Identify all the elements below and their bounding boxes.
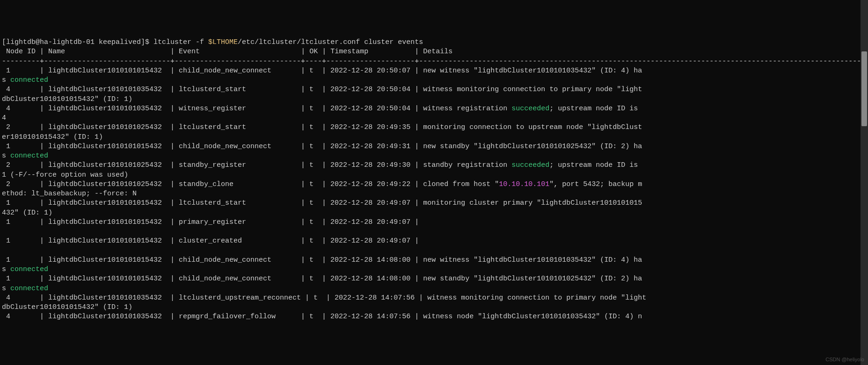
command-pre: ltcluster -f	[153, 38, 208, 46]
table-row: 1 | lightdbCluster1010101015432 | child_…	[2, 275, 642, 283]
terminal-output[interactable]: [lightdb@ha-lightdb-01 keepalived]$ ltcl…	[0, 38, 868, 322]
table-row: 1 | lightdbCluster1010101015432 | cluste…	[2, 237, 419, 245]
shell-prompt: [lightdb@ha-lightdb-01 keepalived]$	[2, 38, 153, 46]
command-var: $LTHOME	[208, 38, 238, 46]
table-row-wrap: s connected	[2, 285, 48, 293]
table-row-wrap: dbCluster1010101015432" (ID: 1)	[2, 303, 132, 311]
separator-row: ---------+------------------------------…	[2, 57, 868, 65]
table-row-wrap: s connected	[2, 152, 48, 160]
table-row: 2 | lightdbCluster1010101025432 | standb…	[2, 180, 642, 188]
table-row: 1 | lightdbCluster1010101015432 | ltclus…	[2, 199, 642, 207]
col-event: Event	[175, 48, 301, 56]
table-row-wrap: s connected	[2, 76, 48, 84]
command-post: /etc/ltcluster/ltcluster.conf cluster ev…	[238, 38, 423, 46]
col-name: Name	[44, 48, 170, 56]
table-row-wrap: 1 (-F/--force option was used)	[2, 171, 128, 179]
col-timestamp: Timestamp	[326, 48, 415, 56]
table-row-wrap: 432" (ID: 1)	[2, 209, 52, 217]
table-row-wrap: er1010101015432" (ID: 1)	[2, 133, 103, 141]
table-row-wrap: 4	[2, 114, 6, 122]
col-details: Details	[419, 48, 452, 56]
table-row: 2 | lightdbCluster1010101025432 | ltclus…	[2, 123, 642, 131]
watermark: CSDN @heliyolo	[825, 356, 864, 363]
table-row-wrap: dbCluster1010101015432" (ID: 1)	[2, 95, 132, 103]
scrollbar-thumb[interactable]	[861, 51, 867, 126]
scrollbar-track[interactable]	[861, 0, 868, 365]
col-node-id: Node ID	[2, 48, 40, 56]
table-row-wrap: ethod: lt_basebackup; --force: N	[2, 190, 137, 198]
table-row: 4 | lightdbCluster1010101035432 | ltclus…	[2, 294, 646, 302]
table-row: 2 | lightdbCluster1010101025432 | standb…	[2, 161, 642, 169]
table-row-wrap: s connected	[2, 265, 48, 273]
table-row: 1 | lightdbCluster1010101015432 | child_…	[2, 67, 642, 75]
table-row: 1 | lightdbCluster1010101015432 | child_…	[2, 256, 642, 264]
table-row: 4 | lightdbCluster1010101035432 | ltclus…	[2, 86, 642, 93]
table-row: 4 | lightdbCluster1010101035432 | witnes…	[2, 105, 642, 113]
col-ok: OK	[305, 48, 322, 56]
table-row: 1 | lightdbCluster1010101015432 | child_…	[2, 143, 642, 150]
table-row: 4 | lightdbCluster1010101035432 | repmgr…	[2, 313, 642, 321]
table-row: 1 | lightdbCluster1010101015432 | primar…	[2, 218, 419, 226]
